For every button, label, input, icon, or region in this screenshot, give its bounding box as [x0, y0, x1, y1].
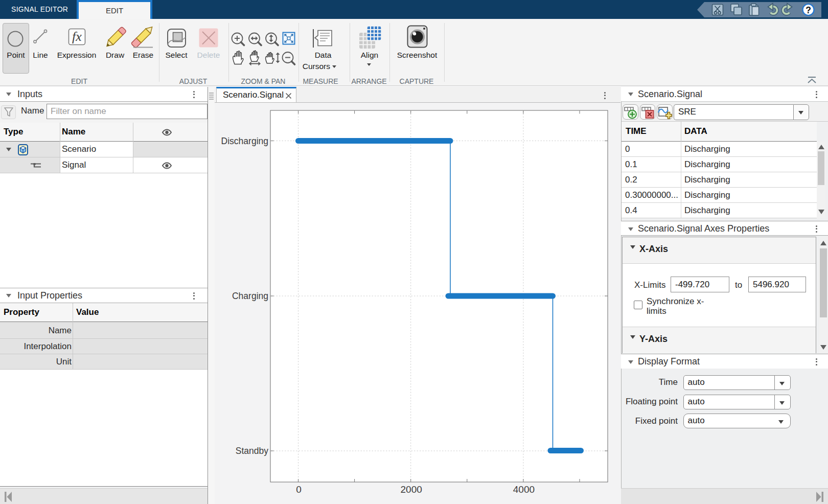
svg-text:2000: 2000 [401, 484, 422, 495]
svg-text:?: ? [806, 5, 811, 15]
svg-text:Discharging: Discharging [221, 136, 268, 146]
svg-text:fx: fx [72, 29, 82, 44]
svg-text:4000: 4000 [513, 484, 535, 495]
svg-text:0: 0 [296, 484, 302, 495]
svg-text:Standby: Standby [236, 446, 268, 456]
svg-text:Charging: Charging [232, 291, 268, 301]
